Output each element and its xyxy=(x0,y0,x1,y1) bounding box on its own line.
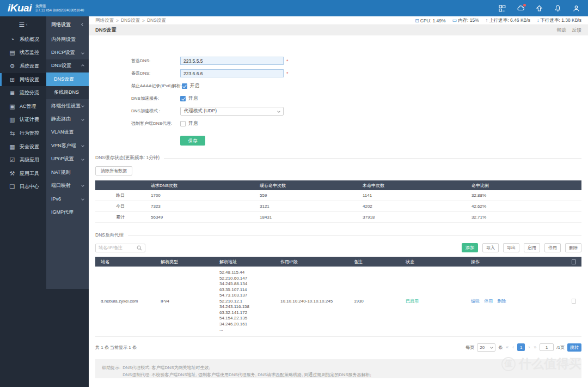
submenu-item-vlan[interactable]: VLAN设置 xyxy=(46,126,89,139)
submenu-item-nat-rules[interactable]: NAT规则 xyxy=(46,166,89,179)
nav-item-flow-control[interactable]: ≣流控分流 xyxy=(0,86,46,100)
submenu-item-static-routes[interactable]: 静态路由 xyxy=(46,112,89,125)
nav-label: 系统设置 xyxy=(20,63,39,70)
last-page-button[interactable]: » xyxy=(533,344,537,350)
submenu-item-upnp[interactable]: UPnP设置 xyxy=(46,153,89,166)
enable-button[interactable]: 启用 xyxy=(524,243,540,252)
required-mark: * xyxy=(286,58,289,64)
cloud-icon[interactable] xyxy=(517,4,525,13)
page-number-button[interactable]: 1 xyxy=(517,343,525,351)
add-button[interactable]: 添加 xyxy=(462,243,478,252)
collapse-sidebar-button[interactable]: ☰‹ xyxy=(0,16,46,33)
chevron-down-icon xyxy=(81,184,84,188)
submenu-item-igmp-proxy[interactable]: IGMP代理 xyxy=(46,205,89,219)
submenu-item-multiline-dns[interactable]: 多线路DNS xyxy=(46,86,89,99)
nav-label: 高级应用 xyxy=(20,156,39,164)
nav-item-advanced-apps[interactable]: ☑高级应用 xyxy=(0,153,46,167)
secondary-dns-label: 备选DNS: xyxy=(131,70,180,76)
feedback-link[interactable]: 反馈 xyxy=(572,27,581,34)
jump-page-input[interactable] xyxy=(540,343,554,351)
block-aaaa-label: 禁止AAAA记录(IPv6)解析: xyxy=(131,83,182,89)
per-page-label: 每页 xyxy=(465,344,474,350)
tools-icon: ⚒ xyxy=(9,170,16,177)
primary-dns-input[interactable] xyxy=(180,57,284,65)
user-icon[interactable] xyxy=(572,4,580,13)
page-title: DNS设置 xyxy=(95,27,117,34)
secondary-dns-input[interactable] xyxy=(180,69,284,77)
submenu-item-dhcp[interactable]: DHCP设置 xyxy=(46,46,89,59)
submenu-item-wan-lan[interactable]: 内外网设置 xyxy=(46,33,89,46)
nav-item-network-settings[interactable]: ⊞网络设置 xyxy=(0,73,46,87)
submenu-item-terminal-groups[interactable]: 终端分组设置 xyxy=(46,99,89,112)
nav-item-ac-management[interactable]: ▣AC管理 xyxy=(0,100,46,113)
apps-grid-icon[interactable] xyxy=(498,4,506,13)
row-checkbox[interactable] xyxy=(572,299,576,304)
sidebar: ☰‹ ◔系统概况 ▤状态监控 ⚙系统设置 ⊞网络设置 ≣流控分流 ▣AC管理 ▥… xyxy=(0,16,89,387)
primary-dns-label: 首选DNS: xyxy=(131,58,180,64)
clear-all-data-button[interactable]: 清除所有数据 xyxy=(95,166,132,176)
upgrade-icon[interactable] xyxy=(535,4,543,13)
dns-accel-checkbox[interactable] xyxy=(180,96,186,101)
submenu-item-port-mapping[interactable]: 端口映射 xyxy=(46,179,89,192)
total-pages-label: /1页 xyxy=(556,344,565,350)
chevron-down-icon xyxy=(81,118,84,121)
primary-nav-rail: ☰‹ ◔系统概况 ▤状态监控 ⚙系统设置 ⊞网络设置 ≣流控分流 ▣AC管理 ▥… xyxy=(0,16,46,387)
nav-item-status-monitor[interactable]: ▤状态监控 xyxy=(0,46,46,60)
help-link[interactable]: 帮助 xyxy=(556,27,566,34)
submenu-item-dns-settings[interactable]: DNS设置 xyxy=(46,72,89,86)
col-actions: 操作 xyxy=(465,259,566,265)
disable-button[interactable]: 停用 xyxy=(544,243,561,252)
nav-label: 行为管控 xyxy=(20,130,39,137)
delete-button[interactable]: 删除 xyxy=(565,243,581,252)
help-tips-label: 帮助提示: xyxy=(102,364,120,379)
select-all-checkbox[interactable] xyxy=(572,259,576,264)
chevron-down-icon xyxy=(81,197,84,201)
submenu-header[interactable]: 网络设置 xyxy=(46,16,89,33)
row-label: 累计 xyxy=(95,214,145,220)
nav-item-auth-billing[interactable]: ▥认证计费 xyxy=(0,113,46,127)
edit-link[interactable]: 编辑 xyxy=(471,299,480,304)
submenu-item-vpn-client[interactable]: VPN客户端 xyxy=(46,139,89,152)
delete-link[interactable]: 删除 xyxy=(497,299,506,304)
export-button[interactable]: 导出 xyxy=(503,243,519,252)
pagination-summary: 共 1 条 当前显示 1 条 xyxy=(95,344,137,350)
next-page-button[interactable]: › xyxy=(528,344,530,350)
breadcrumb: 网络设置 xyxy=(95,17,114,24)
firewall-icon: ▦ xyxy=(9,143,16,150)
proxy-table-header: 域名 解析类型 解析地址 作用IP段 备注 状态 操作 xyxy=(95,257,581,267)
force-proxy-checkbox[interactable] xyxy=(180,121,186,126)
proxy-toolbar: 添加 导入 导出 启用 停用 删除 xyxy=(95,243,581,252)
nav-item-system-overview[interactable]: ◔系统概况 xyxy=(0,33,46,46)
per-page-select[interactable]: 20 xyxy=(477,343,495,352)
search-input[interactable] xyxy=(99,245,137,250)
chevron-left-icon: ‹ xyxy=(26,22,27,27)
id-card-icon: ▥ xyxy=(9,116,16,123)
prev-page-button[interactable]: ‹ xyxy=(512,344,514,350)
disable-link[interactable]: 停用 xyxy=(484,299,493,304)
hamburger-icon: ☰ xyxy=(19,21,25,28)
col-requests: 请求DNS次数 xyxy=(145,183,254,189)
nav-item-security-settings[interactable]: ▦安全设置 xyxy=(0,140,46,154)
nav-item-system-settings[interactable]: ⚙系统设置 xyxy=(0,59,46,73)
submenu-item-ipv6[interactable]: IPv6 xyxy=(46,192,89,205)
dns-settings-form: 首选DNS: * 备选DNS: * 禁止AAAA记录(IPv6)解析: 开启 D… xyxy=(131,55,581,146)
import-button[interactable]: 导入 xyxy=(482,243,499,252)
save-button[interactable]: 保存 xyxy=(180,136,205,146)
nav-item-log-center[interactable]: ❏日志中心 xyxy=(0,180,46,194)
block-aaaa-checkbox[interactable] xyxy=(182,83,187,89)
nav-item-app-tools[interactable]: ⚒应用工具 xyxy=(0,167,46,180)
edition-label: 免费版 xyxy=(35,4,84,8)
ikuai-logo: iKuai xyxy=(8,0,32,16)
bell-icon[interactable] xyxy=(554,4,562,13)
first-page-button[interactable]: « xyxy=(505,344,509,350)
nav-item-behavior-control[interactable]: ⇆行为管控 xyxy=(0,126,46,140)
accel-mode-label: DNS加速模式 : xyxy=(131,108,180,114)
submenu-title: 网络设置 xyxy=(51,21,71,28)
pagination-bar: 共 1 条 当前显示 1 条 每页 20 条 « ‹ 1 › » /1页 跳转 xyxy=(95,343,581,352)
divider xyxy=(128,235,581,236)
domain-cell: d.nebula.zyxel.com xyxy=(95,299,155,304)
accel-mode-select[interactable]: 代理模式 (UDP) xyxy=(180,107,284,116)
edition-info: 免费版 3.7.11 x64 Build202403051040 xyxy=(35,4,84,13)
jump-button[interactable]: 跳转 xyxy=(567,343,581,352)
submenu-item-dns[interactable]: DNS设置 xyxy=(46,59,89,72)
